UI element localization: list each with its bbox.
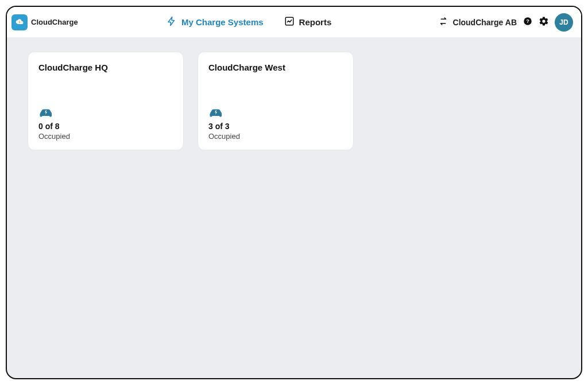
nav-label: My Charge Systems xyxy=(181,17,264,27)
settings-button[interactable] xyxy=(539,17,549,28)
header: CloudCharge My Charge Systems Rep xyxy=(7,7,581,38)
brand[interactable]: CloudCharge xyxy=(11,14,126,30)
help-icon: ? xyxy=(523,16,533,29)
swap-icon xyxy=(438,16,448,28)
card-title: CloudCharge West xyxy=(208,63,343,72)
gear-icon xyxy=(539,16,549,29)
help-button[interactable]: ? xyxy=(523,17,533,28)
card-title: CloudCharge HQ xyxy=(38,63,173,72)
card-stat-label: Occupied xyxy=(208,132,343,141)
system-card[interactable]: CloudCharge West 3 of 3 Occupied xyxy=(198,52,354,150)
nav-reports[interactable]: Reports xyxy=(284,16,332,28)
svg-text:?: ? xyxy=(526,18,529,24)
car-charging-icon xyxy=(38,107,53,118)
app-window: CloudCharge My Charge Systems Rep xyxy=(6,6,582,379)
card-body: 3 of 3 Occupied xyxy=(208,107,343,141)
org-name: CloudCharge AB xyxy=(453,18,517,27)
user-avatar[interactable]: JD xyxy=(555,13,573,32)
bolt-icon xyxy=(167,16,177,28)
car-charging-icon xyxy=(208,107,223,118)
card-stat: 0 of 8 xyxy=(38,122,173,131)
avatar-initials: JD xyxy=(559,18,568,26)
nav-my-charge-systems[interactable]: My Charge Systems xyxy=(167,16,264,28)
brand-logo-icon xyxy=(11,14,28,30)
nav-label: Reports xyxy=(299,17,332,27)
brand-name: CloudCharge xyxy=(31,18,78,26)
card-body: 0 of 8 Occupied xyxy=(38,107,173,141)
main-content: CloudCharge HQ 0 of 8 Occupied CloudChar… xyxy=(7,38,581,378)
main-nav: My Charge Systems Reports xyxy=(167,16,331,28)
card-stat: 3 of 3 xyxy=(208,122,343,131)
report-icon xyxy=(284,16,295,28)
org-switcher[interactable]: CloudCharge AB xyxy=(438,16,517,28)
system-card[interactable]: CloudCharge HQ 0 of 8 Occupied xyxy=(28,52,184,150)
header-actions: CloudCharge AB ? JD xyxy=(438,13,573,32)
card-stat-label: Occupied xyxy=(38,132,173,141)
